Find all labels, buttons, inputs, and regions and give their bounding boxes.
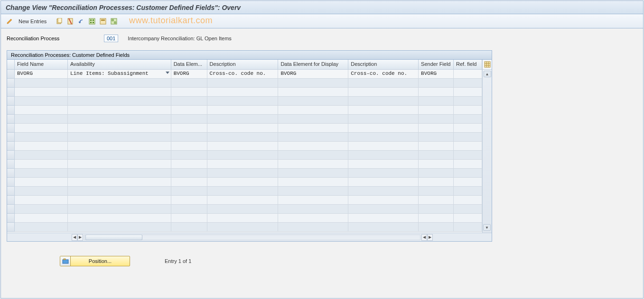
cell-data_elem_disp[interactable]: BVORG bbox=[278, 70, 348, 79]
table-row-empty[interactable] bbox=[15, 169, 482, 178]
scroll-down-icon[interactable]: ▼ bbox=[483, 224, 491, 231]
cell-empty[interactable] bbox=[207, 115, 279, 124]
table-row-empty[interactable] bbox=[15, 124, 482, 133]
recon-process-value[interactable]: 001 bbox=[104, 35, 118, 42]
cell-empty[interactable] bbox=[207, 160, 279, 169]
row-selector[interactable] bbox=[7, 133, 15, 142]
cell-empty[interactable] bbox=[419, 115, 454, 124]
cell-empty[interactable] bbox=[68, 133, 171, 142]
cell-empty[interactable] bbox=[454, 214, 482, 223]
cell-empty[interactable] bbox=[207, 133, 279, 142]
col-header-sender[interactable]: Sender Field bbox=[419, 60, 454, 70]
col-header-availability[interactable]: Availability bbox=[68, 60, 171, 70]
cell-empty[interactable] bbox=[454, 169, 482, 178]
cell-empty[interactable] bbox=[15, 205, 68, 214]
cell-empty[interactable] bbox=[454, 223, 482, 232]
cell-empty[interactable] bbox=[15, 88, 68, 97]
scroll-right-icon-2[interactable]: ▶ bbox=[427, 234, 433, 241]
table-row-empty[interactable] bbox=[15, 133, 482, 142]
vertical-scrollbar[interactable]: ▲ ▼ bbox=[483, 71, 492, 233]
table-row-empty[interactable] bbox=[15, 151, 482, 160]
cell-empty[interactable] bbox=[68, 205, 171, 214]
cell-empty[interactable] bbox=[454, 178, 482, 187]
cell-empty[interactable] bbox=[68, 142, 171, 151]
cell-empty[interactable] bbox=[348, 178, 419, 187]
cell-empty[interactable] bbox=[419, 88, 454, 97]
select-all-icon[interactable] bbox=[87, 17, 97, 26]
cell-empty[interactable] bbox=[348, 151, 419, 160]
cell-empty[interactable] bbox=[419, 214, 454, 223]
cell-empty[interactable] bbox=[68, 106, 171, 115]
cell-empty[interactable] bbox=[171, 88, 207, 97]
cell-empty[interactable] bbox=[171, 97, 207, 106]
cell-empty[interactable] bbox=[15, 160, 68, 169]
cell-empty[interactable] bbox=[68, 169, 171, 178]
cell-empty[interactable] bbox=[15, 97, 68, 106]
cell-empty[interactable] bbox=[207, 88, 279, 97]
cell-empty[interactable] bbox=[419, 223, 454, 232]
cell-desc1[interactable]: Cross-co. code no. bbox=[207, 70, 279, 79]
cell-empty[interactable] bbox=[15, 223, 68, 232]
cell-empty[interactable] bbox=[68, 124, 171, 133]
cell-empty[interactable] bbox=[68, 214, 171, 223]
row-selector[interactable] bbox=[7, 79, 15, 88]
cell-empty[interactable] bbox=[348, 133, 419, 142]
cell-empty[interactable] bbox=[68, 196, 171, 205]
cell-empty[interactable] bbox=[278, 160, 348, 169]
table-row-empty[interactable] bbox=[15, 196, 482, 205]
cell-empty[interactable] bbox=[278, 88, 348, 97]
row-selector-header[interactable] bbox=[7, 60, 15, 70]
cell-empty[interactable] bbox=[278, 205, 348, 214]
cell-empty[interactable] bbox=[68, 160, 171, 169]
copy-icon[interactable] bbox=[55, 17, 64, 26]
row-selector[interactable] bbox=[7, 106, 15, 115]
cell-empty[interactable] bbox=[348, 88, 419, 97]
row-selector[interactable] bbox=[7, 88, 15, 97]
cell-empty[interactable] bbox=[15, 187, 68, 196]
cell-empty[interactable] bbox=[419, 196, 454, 205]
row-selector[interactable] bbox=[7, 205, 15, 214]
cell-empty[interactable] bbox=[419, 124, 454, 133]
cell-empty[interactable] bbox=[454, 124, 482, 133]
cell-empty[interactable] bbox=[15, 151, 68, 160]
cell-empty[interactable] bbox=[171, 223, 207, 232]
table-row-empty[interactable] bbox=[15, 178, 482, 187]
table-row-empty[interactable] bbox=[15, 115, 482, 124]
cell-empty[interactable] bbox=[454, 205, 482, 214]
table-row-empty[interactable] bbox=[15, 214, 482, 223]
cell-empty[interactable] bbox=[15, 196, 68, 205]
cell-empty[interactable] bbox=[454, 115, 482, 124]
cell-empty[interactable] bbox=[454, 133, 482, 142]
table-row[interactable]: BVORGLine Items: SubassignmentBVORGCross… bbox=[15, 70, 482, 79]
undo-icon[interactable] bbox=[76, 17, 86, 26]
chevron-down-icon[interactable] bbox=[166, 72, 169, 74]
cell-empty[interactable] bbox=[348, 97, 419, 106]
cell-empty[interactable] bbox=[68, 223, 171, 232]
cell-empty[interactable] bbox=[419, 178, 454, 187]
scroll-right-icon[interactable]: ◀ bbox=[421, 234, 427, 241]
cell-empty[interactable] bbox=[68, 178, 171, 187]
cell-empty[interactable] bbox=[68, 79, 171, 88]
cell-empty[interactable] bbox=[419, 133, 454, 142]
cell-empty[interactable] bbox=[15, 79, 68, 88]
cell-empty[interactable] bbox=[419, 160, 454, 169]
cell-empty[interactable] bbox=[419, 187, 454, 196]
scroll-up-icon[interactable]: ▲ bbox=[484, 71, 491, 77]
cell-ref[interactable] bbox=[454, 70, 482, 79]
cell-empty[interactable] bbox=[171, 142, 207, 151]
cell-empty[interactable] bbox=[15, 106, 68, 115]
cell-empty[interactable] bbox=[207, 97, 279, 106]
cell-empty[interactable] bbox=[419, 142, 454, 151]
cell-empty[interactable] bbox=[207, 142, 279, 151]
table-row-empty[interactable] bbox=[15, 88, 482, 97]
cell-empty[interactable] bbox=[207, 106, 279, 115]
row-selector[interactable] bbox=[7, 97, 15, 106]
cell-empty[interactable] bbox=[348, 160, 419, 169]
table-row-empty[interactable] bbox=[15, 160, 482, 169]
scroll-left-icon-2[interactable]: ▶ bbox=[77, 234, 83, 241]
cell-empty[interactable] bbox=[278, 97, 348, 106]
table-row-empty[interactable] bbox=[15, 97, 482, 106]
cell-empty[interactable] bbox=[171, 178, 207, 187]
cell-empty[interactable] bbox=[419, 106, 454, 115]
col-header-data-elem[interactable]: Data Elem... bbox=[171, 60, 207, 70]
